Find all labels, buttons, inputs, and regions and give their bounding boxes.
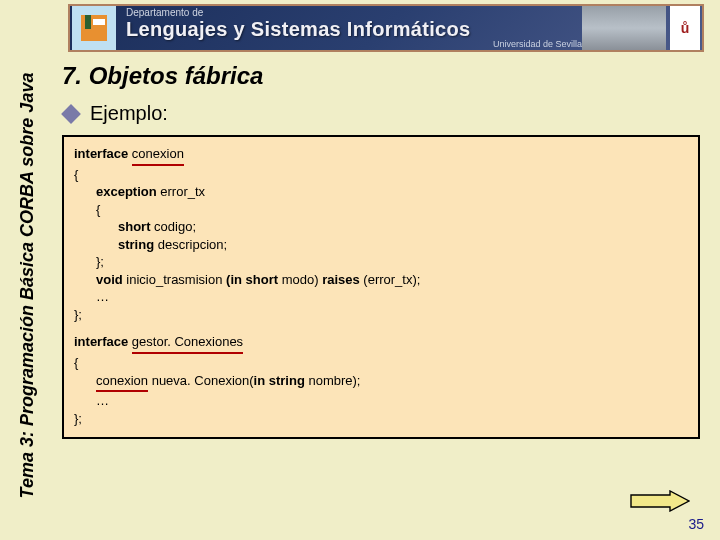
code-line: short codigo; (74, 218, 688, 236)
page-number: 35 (688, 516, 704, 532)
bullet-text: Ejemplo: (90, 102, 168, 125)
bullet-row: Ejemplo: (62, 102, 700, 125)
next-arrow-icon[interactable] (630, 490, 690, 512)
code-line: void inicio_trasmision (in short modo) r… (74, 271, 688, 289)
banner-photo (582, 6, 666, 50)
code-line: string descripcion; (74, 236, 688, 254)
code-line: }; (74, 253, 688, 271)
code-line: { (74, 201, 688, 219)
banner-titles: Departamento de Lenguajes y Sistemas Inf… (126, 7, 582, 49)
svg-marker-4 (631, 491, 689, 511)
dept-name: Lenguajes y Sistemas Informáticos (126, 18, 582, 41)
code-line: { (74, 354, 688, 372)
svg-rect-1 (85, 15, 91, 29)
code-line: conexion nueva. Conexion(in string nombr… (74, 372, 688, 393)
code-line: }; (74, 306, 688, 324)
code-line: { (74, 166, 688, 184)
code-line: … (74, 392, 688, 410)
dept-label: Departamento de (126, 7, 582, 18)
code-line: interface gestor. Conexiones (74, 333, 688, 354)
side-topic-label: Tema 3: Programación Básica CORBA sobre … (4, 60, 52, 510)
slide-content: 7. Objetos fábrica Ejemplo: interface co… (62, 62, 700, 439)
svg-rect-2 (93, 19, 105, 25)
svg-rect-3 (93, 27, 105, 37)
code-line: exception error_tx (74, 183, 688, 201)
bullet-diamond-icon (61, 104, 81, 124)
side-topic-text: Tema 3: Programación Básica CORBA sobre … (18, 72, 39, 498)
dept-logo (72, 6, 116, 50)
code-line: }; (74, 410, 688, 428)
slide-heading: 7. Objetos fábrica (62, 62, 700, 90)
code-example-box: interface conexion { exception error_tx … (62, 135, 700, 439)
university-shield-icon: ů (670, 6, 700, 50)
code-line: … (74, 288, 688, 306)
header-banner: Departamento de Lenguajes y Sistemas Inf… (68, 4, 704, 52)
code-line: interface conexion (74, 145, 688, 166)
